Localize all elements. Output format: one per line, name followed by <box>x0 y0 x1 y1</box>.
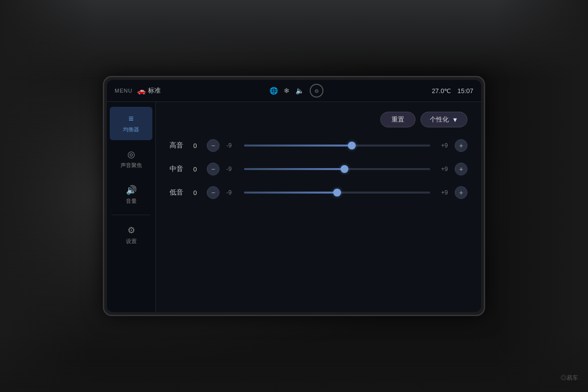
treble-decrease-button[interactable]: − <box>207 139 220 152</box>
equalizer-icon: ≡ <box>128 114 134 124</box>
car-mode: 🚗 标准 <box>137 86 161 95</box>
status-right: 27.0℃ 15:07 <box>432 87 473 95</box>
treble-increase-button[interactable]: + <box>455 139 467 152</box>
treble-track-fill <box>244 145 352 147</box>
bass-label: 低音 <box>170 188 183 197</box>
bass-slider-track[interactable] <box>244 192 430 194</box>
speaker-icon: 🔈 <box>295 87 304 95</box>
chevron-down-icon: ▼ <box>452 116 458 123</box>
settings-icon: ⚙ <box>127 225 135 236</box>
treble-max-label: +9 <box>437 142 448 149</box>
sidebar-item-equalizer[interactable]: ≡ 均衡器 <box>110 107 152 140</box>
midrange-thumb[interactable] <box>341 165 348 173</box>
bass-track-fill <box>244 192 337 194</box>
midrange-max-label: +9 <box>437 166 448 172</box>
status-center: 🌐 ❄ 🔈 ⊙ <box>270 84 323 98</box>
sidebar-soundfocus-label: 声音聚焦 <box>121 162 142 169</box>
globe-icon: 🌐 <box>270 87 278 95</box>
sidebar-divider <box>112 215 150 215</box>
circle-icon-inner: ⊙ <box>315 88 318 94</box>
treble-thumb[interactable] <box>348 142 356 149</box>
midrange-decrease-button[interactable]: − <box>207 163 220 175</box>
bass-min-label: -9 <box>226 189 237 196</box>
midrange-row: 中音 0 − -9 +9 + <box>170 163 467 175</box>
car-mode-label: 标准 <box>148 86 161 95</box>
bass-decrease-button[interactable]: − <box>207 186 220 199</box>
midrange-label: 中音 <box>170 165 183 173</box>
midrange-increase-button[interactable]: + <box>455 163 467 175</box>
midrange-value: 0 <box>190 166 200 173</box>
content-panel: 重置 个性化 ▼ 高音 0 − -9 <box>156 102 481 312</box>
reset-button[interactable]: 重置 <box>380 112 416 127</box>
slider-section: 高音 0 − -9 +9 + <box>170 136 467 199</box>
treble-label: 高音 <box>170 141 183 150</box>
circle-menu-icon[interactable]: ⊙ <box>310 84 323 98</box>
sidebar-settings-label: 设置 <box>126 238 137 245</box>
treble-row: 高音 0 − -9 +9 + <box>170 139 467 152</box>
screen-inner: MENU 🚗 标准 🌐 ❄ 🔈 ⊙ 27.0℃ 15:07 <box>107 80 481 312</box>
fan-icon: ❄ <box>284 87 290 95</box>
midrange-slider-track[interactable] <box>244 168 430 170</box>
bass-thumb[interactable] <box>333 189 341 196</box>
sidebar-item-soundfocus[interactable]: ◎ 声音聚焦 <box>110 142 152 176</box>
midrange-min-label: -9 <box>226 166 237 172</box>
status-bar: MENU 🚗 标准 🌐 ❄ 🔈 ⊙ 27.0℃ 15:07 <box>107 80 481 102</box>
midrange-track-bg <box>244 168 430 170</box>
sidebar: ≡ 均衡器 ◎ 声音聚焦 🔊 音量 ⚙ 设置 <box>107 102 156 312</box>
midrange-track-fill <box>244 168 344 170</box>
treble-track-bg <box>244 145 430 147</box>
bass-value: 0 <box>190 189 200 196</box>
bass-row: 低音 0 − -9 +9 + <box>170 186 467 199</box>
soundfocus-icon: ◎ <box>127 149 135 160</box>
car-icon: 🚗 <box>137 87 146 95</box>
bass-increase-button[interactable]: + <box>455 186 467 199</box>
treble-value: 0 <box>190 142 200 149</box>
sidebar-volume-label: 音量 <box>126 197 137 205</box>
action-bar: 重置 个性化 ▼ <box>170 112 467 127</box>
menu-label: MENU <box>115 88 132 94</box>
status-left: MENU 🚗 标准 <box>115 86 161 95</box>
bass-track-bg <box>244 192 430 194</box>
sidebar-equalizer-label: 均衡器 <box>123 126 139 133</box>
personalize-label: 个性化 <box>430 115 449 124</box>
treble-slider-track[interactable] <box>244 145 430 147</box>
sidebar-item-settings[interactable]: ⚙ 设置 <box>110 218 152 252</box>
personalize-button[interactable]: 个性化 ▼ <box>420 112 467 127</box>
time-display: 15:07 <box>457 87 473 95</box>
sidebar-item-volume[interactable]: 🔊 音量 <box>110 178 152 212</box>
bass-max-label: +9 <box>437 189 448 196</box>
treble-min-label: -9 <box>226 142 237 149</box>
temperature-display: 27.0℃ <box>432 87 451 95</box>
volume-icon: 🔊 <box>126 185 137 196</box>
screen-bezel: MENU 🚗 标准 🌐 ❄ 🔈 ⊙ 27.0℃ 15:07 <box>103 76 485 316</box>
watermark: ◎易车 <box>561 374 578 382</box>
main-content: ≡ 均衡器 ◎ 声音聚焦 🔊 音量 ⚙ 设置 <box>107 102 481 312</box>
